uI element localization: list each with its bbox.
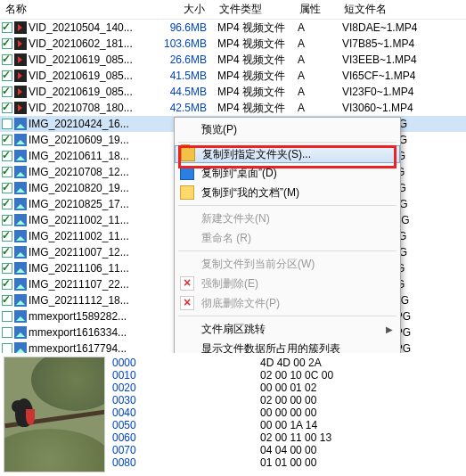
hex-bytes: 02 00 11 00 13 [144, 431, 331, 444]
row-checkbox[interactable] [2, 295, 12, 306]
file-name: IMG_20211002_11... [29, 230, 129, 242]
row-checkbox[interactable] [2, 70, 12, 81]
file-size: 44.5MB [159, 86, 214, 98]
hex-offset: 0080 [112, 456, 144, 469]
video-file-icon [14, 37, 27, 50]
hex-line: 0020 00 00 01 02 [112, 382, 466, 394]
hex-offset: 0040 [112, 406, 144, 419]
menu-item-label: 文件扇区跳转 [201, 322, 266, 337]
column-header: 名称 大小 文件类型 属性 短文件名 [0, 0, 466, 20]
row-checkbox[interactable] [2, 247, 12, 258]
file-shortname: VI7B85~1.MP4 [339, 37, 446, 50]
file-shortname: VI23F0~1.MP4 [339, 86, 446, 98]
remove-icon [180, 296, 194, 310]
folder-icon [181, 147, 195, 161]
file-type: MP4 视频文件 [214, 53, 294, 68]
bottom-panel: 0000 4D 4D 00 2A0010 02 00 10 0C 000020 … [0, 353, 466, 476]
hex-line: 0040 00 00 00 00 [112, 406, 466, 419]
image-file-icon [14, 230, 27, 242]
menu-item[interactable]: 预览(P) [175, 119, 400, 139]
file-name: IMG_20210825_17... [29, 198, 129, 210]
table-row[interactable]: VID_20210619_085...44.5MBMP4 视频文件AVI23F0… [0, 84, 466, 100]
file-name: VID_20210619_085... [29, 70, 133, 82]
file-name: IMG_20211007_12... [29, 246, 129, 259]
hex-viewer[interactable]: 0000 4D 4D 00 2A0010 02 00 10 0C 000020 … [109, 353, 466, 476]
file-size: 96.6MB [159, 21, 214, 34]
col-type[interactable]: 文件类型 [214, 2, 294, 17]
menu-item: 彻底删除文件(P) [175, 293, 400, 313]
row-checkbox[interactable] [2, 135, 12, 145]
col-size[interactable]: 大小 [159, 2, 214, 17]
row-checkbox[interactable] [2, 167, 12, 177]
desktop-icon [180, 166, 194, 180]
row-checkbox[interactable] [2, 263, 12, 274]
row-checkbox[interactable] [2, 22, 12, 33]
file-name: VID_20210708_180... [29, 102, 133, 114]
image-file-icon [14, 150, 27, 162]
image-file-icon [14, 214, 27, 226]
row-checkbox[interactable] [2, 119, 12, 129]
hex-line: 0060 02 00 11 00 13 [112, 431, 466, 444]
table-row[interactable]: VID_20210504_140...96.6MBMP4 视频文件AVI8DAE… [0, 20, 466, 36]
hex-line: 0080 01 01 00 00 [112, 456, 466, 469]
file-name: IMG_20210424_16... [29, 118, 129, 130]
file-attr: A [294, 102, 339, 114]
hex-offset: 0050 [112, 419, 144, 431]
file-name: VID_20210504_140... [29, 21, 133, 34]
row-checkbox[interactable] [2, 311, 12, 322]
file-attr: A [294, 37, 339, 50]
hex-line: 0070 04 04 00 00 [112, 444, 466, 456]
hex-offset: 0010 [112, 369, 144, 382]
table-row[interactable]: VID_20210708_180...42.5MBMP4 视频文件AVI3060… [0, 100, 466, 116]
menu-item[interactable]: 复制到“桌面”(D) [175, 163, 400, 183]
image-file-icon [14, 262, 27, 275]
menu-item[interactable]: 复制到“我的文档”(M) [175, 183, 400, 202]
file-size: 26.6MB [159, 53, 214, 66]
table-row[interactable]: VID_20210602_181...103.6MBMP4 视频文件AVI7B8… [0, 36, 466, 52]
row-checkbox[interactable] [2, 215, 12, 226]
row-checkbox[interactable] [2, 54, 12, 65]
row-checkbox[interactable] [2, 183, 12, 193]
hex-bytes: 00 00 00 00 [144, 406, 316, 419]
row-checkbox[interactable] [2, 38, 12, 49]
video-file-icon [14, 70, 27, 82]
menu-item-label: 复制到“桌面”(D) [201, 166, 277, 181]
image-file-icon [14, 182, 27, 194]
menu-separator [178, 205, 397, 206]
menu-item[interactable]: 复制到指定文件夹(S)... [175, 145, 400, 163]
image-file-icon [14, 278, 27, 291]
col-short[interactable]: 短文件名 [339, 2, 446, 17]
image-file-icon [14, 134, 27, 146]
hex-line: 0010 02 00 10 0C 00 [112, 369, 466, 382]
row-checkbox[interactable] [2, 199, 12, 209]
file-type: MP4 视频文件 [214, 101, 294, 116]
hex-bytes: 04 04 00 00 [144, 444, 316, 456]
row-checkbox[interactable] [2, 86, 12, 97]
file-name: IMG_20210708_12... [29, 166, 129, 178]
menu-item-label: 新建文件夹(N) [201, 211, 270, 226]
file-shortname: VI8DAE~1.MP4 [339, 21, 446, 34]
menu-item-label: 复制到指定文件夹(S)... [202, 147, 311, 162]
file-type: MP4 视频文件 [214, 85, 294, 100]
image-file-icon [14, 198, 27, 210]
table-row[interactable]: VID_20210619_085...26.6MBMP4 视频文件AVI3EEB… [0, 52, 466, 68]
col-name[interactable]: 名称 [0, 2, 159, 17]
menu-item[interactable]: 文件扇区跳转▶ [175, 319, 400, 339]
row-checkbox[interactable] [2, 103, 12, 113]
table-row[interactable]: VID_20210619_085...41.5MBMP4 视频文件AVI65CF… [0, 68, 466, 84]
row-checkbox[interactable] [2, 279, 12, 290]
row-checkbox[interactable] [2, 327, 12, 338]
video-file-icon [14, 21, 27, 34]
menu-separator [178, 316, 397, 316]
file-shortname: VI3EEB~1.MP4 [339, 53, 446, 66]
hex-bytes: 01 01 00 00 [144, 456, 316, 469]
image-file-icon [14, 310, 27, 323]
col-attr[interactable]: 属性 [294, 2, 339, 17]
image-file-icon [14, 326, 27, 339]
row-checkbox[interactable] [2, 151, 12, 161]
row-checkbox[interactable] [2, 231, 12, 242]
hex-line: 0000 4D 4D 00 2A [112, 357, 466, 369]
menu-item-label: 复制文件到当前分区(W) [201, 257, 315, 272]
hex-offset: 0020 [112, 382, 144, 394]
menu-item-label: 复制到“我的文档”(M) [201, 185, 299, 201]
